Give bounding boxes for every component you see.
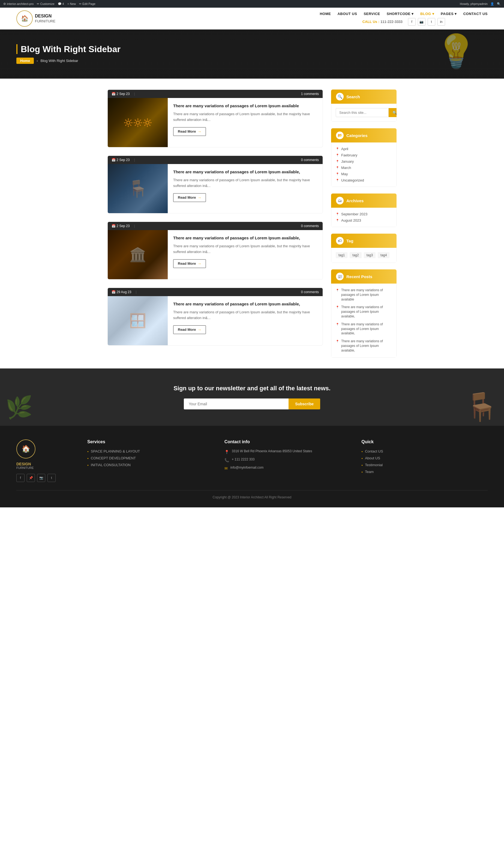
footer-instagram-icon[interactable]: 📷: [37, 474, 45, 482]
twitter-icon[interactable]: t: [428, 18, 435, 25]
footer-facebook-icon[interactable]: f: [16, 474, 24, 482]
post-body-4: There are many variations of passages of…: [108, 296, 323, 345]
footer-contact-title: Contact info: [224, 439, 351, 444]
nav-area: HOME ABOUT US SERVICE SHORTCODE ▾ BLOG ▾…: [320, 12, 488, 25]
footer-sub: FURNITURE: [16, 466, 34, 469]
nav-contact[interactable]: CONTACT US: [463, 12, 488, 16]
recent-posts-list: There are many variations of passages of…: [336, 288, 392, 353]
search-form: 🔍: [336, 108, 392, 117]
nav-home[interactable]: HOME: [320, 12, 331, 16]
quick-testimonial[interactable]: Testimonial: [361, 463, 488, 467]
category-march[interactable]: March: [336, 166, 392, 170]
recent-post-2[interactable]: There are many variations of passages of…: [336, 305, 392, 318]
nav-about[interactable]: ABOUT US: [337, 12, 357, 16]
address-icon: 📍: [224, 450, 229, 454]
newsletter-subscribe-button[interactable]: Subscribe: [289, 398, 320, 410]
newsletter-email-input[interactable]: [184, 398, 289, 410]
footer-phone: 📞 + 111 2222 333: [224, 457, 351, 462]
read-more-btn-2[interactable]: Read More →: [173, 193, 206, 202]
nav-pages[interactable]: PAGES ▾: [441, 12, 457, 16]
post-comments-2: 0 comments: [301, 158, 319, 162]
archive-sep-2023[interactable]: September 2023: [336, 212, 392, 216]
post-title-4: There are many variations of passages of…: [173, 301, 317, 307]
address-text: 3316 W Bell Rd Phoenix Arkansas 85053 Un…: [232, 449, 312, 453]
categories-widget-header: 📂 Categories: [331, 128, 397, 142]
admin-new[interactable]: + New: [67, 2, 76, 5]
admin-site-link[interactable]: ⚙ interior-architect-pro: [3, 2, 34, 6]
call-us: CALL Us : 111-222-3333: [362, 20, 402, 24]
read-more-btn-1[interactable]: Read More →: [173, 127, 206, 136]
quick-team[interactable]: Team: [361, 470, 488, 474]
post-image-1: [108, 98, 168, 147]
tag-3[interactable]: tag3: [364, 252, 376, 258]
facebook-icon[interactable]: f: [408, 18, 416, 25]
nav-blog[interactable]: BLOG ▾: [420, 12, 434, 16]
breadcrumb-separator: ›: [37, 59, 38, 63]
archives-widget-body: September 2023 August 2023: [331, 208, 397, 227]
read-more-btn-4[interactable]: Read More →: [173, 325, 206, 334]
post-body-1: There are many variations of passages of…: [108, 98, 323, 147]
post-date-1: 📅 2 Sep 23: [111, 92, 129, 96]
category-may[interactable]: May: [336, 172, 392, 176]
post-body-3: There are many variations of passages of…: [108, 230, 323, 279]
category-uncategorized[interactable]: Uncategorized: [336, 178, 392, 182]
sidebar: 🔍 Search 🔍 📂 Categories April Faebruary: [331, 89, 397, 358]
post-excerpt-4: There are many variations of passages of…: [173, 310, 317, 321]
search-widget-header: 🔍 Search: [331, 89, 397, 104]
recent-post-4[interactable]: There are many variations of passages of…: [336, 339, 392, 353]
logo-brand: DESIGN: [35, 13, 55, 19]
footer-quick-title: Quick: [361, 439, 488, 444]
post-meta-4: 📅 29 Aug 23 | 0 comments: [108, 288, 323, 296]
newsletter-form: Subscribe: [184, 398, 320, 410]
nav-shortcode[interactable]: SHORTCODE ▾: [387, 12, 414, 16]
blog-post-1: 📅 2 Sep 23 | 1 comments There are many v…: [107, 89, 323, 147]
search-widget-body: 🔍: [331, 104, 397, 122]
post-comments-3: 0 comments: [301, 224, 319, 228]
post-excerpt-1: There are many variations of passages of…: [173, 111, 317, 123]
instagram-icon[interactable]: 📷: [418, 18, 426, 25]
admin-comments[interactable]: 💬 4: [58, 2, 64, 6]
post-date-3: 📅 2 Sep 23: [111, 224, 129, 228]
recent-post-1[interactable]: There are many variations of passages of…: [336, 288, 392, 301]
archives-widget-icon: 🗂: [336, 197, 344, 205]
tag-4[interactable]: tag4: [378, 252, 390, 258]
breadcrumb-home-link[interactable]: Home: [16, 57, 34, 64]
footer-services-list: SPACE PLANNING & LAYOUT CONCEPT DEVELOPM…: [87, 449, 214, 467]
post-image-3: [108, 230, 168, 279]
blog-posts: 📅 2 Sep 23 | 1 comments There are many v…: [107, 89, 323, 358]
tag-2[interactable]: tag2: [349, 252, 361, 258]
footer-top: 🏠 DESIGN FURNITURE f 📌 📷 t Services SPAC…: [16, 439, 488, 482]
search-input[interactable]: [336, 108, 389, 117]
categories-widget: 📂 Categories April Faebruary January Mar…: [331, 128, 397, 187]
footer-address: 📍 3316 W Bell Rd Phoenix Arkansas 85053 …: [224, 449, 351, 454]
quick-contact[interactable]: Contact US: [361, 449, 488, 453]
footer-pinterest-icon[interactable]: 📌: [27, 474, 35, 482]
archive-aug-2023[interactable]: August 2023: [336, 218, 392, 223]
post-content-2: There are many variations of passages of…: [168, 164, 323, 213]
newsletter-section: Sign up to our newsletter and get all of…: [0, 368, 504, 426]
linkedin-icon[interactable]: in: [437, 18, 445, 25]
read-more-btn-3[interactable]: Read More →: [173, 259, 206, 268]
hero-section: Blog With Right Sidebar Home › Blog With…: [0, 30, 504, 79]
quick-about[interactable]: About US: [361, 456, 488, 460]
archives-widget: 🗂 Archives September 2023 August 2023: [331, 193, 397, 227]
admin-edit[interactable]: ✏ Edit Page: [79, 2, 95, 6]
post-title-3: There are many variations of passages of…: [173, 235, 317, 241]
logo-icon: 🏠: [16, 11, 33, 27]
category-april[interactable]: April: [336, 147, 392, 151]
service-1: SPACE PLANNING & LAYOUT: [87, 449, 214, 453]
recent-post-3[interactable]: There are many variations of passages of…: [336, 322, 392, 336]
category-january[interactable]: January: [336, 159, 392, 163]
post-excerpt-3: There are many variations of passages of…: [173, 243, 317, 255]
footer-services-title: Services: [87, 439, 214, 444]
search-button[interactable]: 🔍: [389, 108, 397, 117]
admin-customize[interactable]: ✏ Customize: [37, 2, 54, 6]
nav-service[interactable]: SERVICE: [363, 12, 380, 16]
footer-twitter-icon[interactable]: t: [48, 474, 56, 482]
footer-brand: DESIGN: [16, 462, 31, 466]
recent-posts-widget-title: Recent Posts: [346, 274, 372, 279]
admin-avatar-icon[interactable]: 👤: [490, 2, 494, 6]
category-faebruary[interactable]: Faebruary: [336, 153, 392, 157]
tag-1[interactable]: tag1: [336, 252, 347, 258]
admin-search-icon[interactable]: 🔍: [497, 2, 501, 6]
